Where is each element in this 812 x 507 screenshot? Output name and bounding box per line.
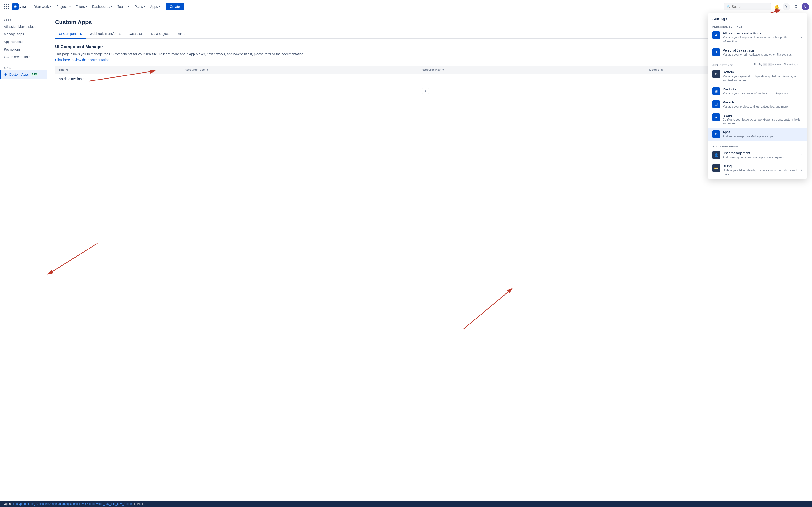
chevron-icon: ▾ <box>50 5 51 8</box>
personal-settings-title: Personal settings <box>708 23 807 29</box>
tab-apis[interactable]: API's <box>174 30 189 39</box>
system-desc: Manage your general configuration, globa… <box>723 74 803 82</box>
create-button[interactable]: Create <box>166 3 184 10</box>
settings-item-personal-jira[interactable]: J Personal Jira settings Manage your ema… <box>708 46 807 59</box>
settings-item-apps[interactable]: ⚙ Apps Add and manage Jira Marketplace a… <box>708 128 807 141</box>
search-box[interactable]: 🔍 <box>724 3 771 10</box>
sidebar-item-app-requests[interactable]: App requests <box>0 38 47 46</box>
nav-dashboards[interactable]: Dashboards ▾ <box>90 3 115 10</box>
nav-your-work[interactable]: Your work ▾ <box>32 3 53 10</box>
projects-icon: ◫ <box>712 100 720 108</box>
sidebar-item-custom-apps[interactable]: ⚙ Custom Apps DEV <box>0 70 47 78</box>
status-url[interactable]: https://product-forge.atlassian.net/jira… <box>12 502 133 506</box>
atlassian-account-desc: Manage your language, time zone, and oth… <box>723 36 797 44</box>
apps-settings-icon: ⚙ <box>712 130 720 138</box>
external-link-icon: ↗ <box>800 154 803 157</box>
top-navigation: Jira Your work ▾ Projects ▾ Filters ▾ Da… <box>0 0 812 13</box>
nav-projects[interactable]: Projects ▾ <box>54 3 73 10</box>
tip-key1: ⌘ <box>763 63 767 66</box>
billing-icon: 💳 <box>712 164 720 172</box>
nav-filters[interactable]: Filters ▾ <box>73 3 89 10</box>
next-page-button[interactable]: › <box>431 88 437 94</box>
search-icon: 🔍 <box>726 5 730 8</box>
external-link-icon: ↗ <box>800 169 803 172</box>
issues-icon: ◈ <box>712 113 720 121</box>
sort-icon: ⇅ <box>661 69 663 71</box>
table-row-empty: No data available <box>55 74 804 84</box>
jira-settings-title: Jira settings <box>712 64 734 66</box>
sidebar-item-manage-apps[interactable]: Manage apps <box>0 31 47 38</box>
settings-item-products[interactable]: ▦ Products Manage your Jira products' se… <box>708 85 807 98</box>
products-icon: ▦ <box>712 87 720 95</box>
section-description: This page allows you to manage the UI Co… <box>55 52 804 56</box>
tab-bar: UI Components Webhook Transforms Data Li… <box>55 30 804 39</box>
sidebar-item-promotions[interactable]: Promotions <box>0 46 47 53</box>
col-resource-type[interactable]: Resource Type ⇅ <box>181 66 418 74</box>
sort-icon: ⇅ <box>442 69 444 71</box>
chevron-icon: ▾ <box>128 5 129 8</box>
user-management-desc: Add users, groups, and manage access req… <box>723 156 797 160</box>
nav-plans[interactable]: Plans ▾ <box>132 3 148 10</box>
settings-item-system[interactable]: ⚙ System Manage your general configurati… <box>708 68 807 85</box>
apps-settings-title: Apps <box>723 130 803 134</box>
settings-button[interactable]: ⚙ <box>792 3 800 10</box>
atlassian-account-title: Atlassian account settings <box>723 31 797 35</box>
pagination: ‹ › <box>55 88 804 94</box>
sidebar-item-oauth[interactable]: OAuth credentials <box>0 53 47 61</box>
custom-apps-icon: ⚙ <box>4 72 7 77</box>
settings-item-projects[interactable]: ◫ Projects Manage your project settings,… <box>708 98 807 111</box>
search-input[interactable] <box>732 5 768 8</box>
sort-icon: ⇅ <box>66 69 68 71</box>
col-resource-key[interactable]: Resource Key ⇅ <box>418 66 646 74</box>
tip-text: Tip: Try ⌘ K to search Jira settings <box>749 63 803 66</box>
status-bar: Open https://product-forge.atlassian.net… <box>0 501 812 507</box>
tab-webhook-transforms[interactable]: Webhook Transforms <box>86 30 125 39</box>
app-switcher-button[interactable] <box>3 3 10 10</box>
jira-logo[interactable]: Jira <box>12 3 26 10</box>
tab-data-objects[interactable]: Data Objects <box>147 30 174 39</box>
nav-apps[interactable]: Apps ▾ <box>148 3 162 10</box>
documentation-link[interactable]: Click here to view the documentation. <box>55 58 110 62</box>
sidebar: Apps Atlassian Marketplace Manage apps A… <box>0 13 48 507</box>
settings-panel: Settings Personal settings A Atlassian a… <box>708 13 807 179</box>
atlassian-admin-title: Atlassian admin <box>708 143 807 149</box>
chevron-icon: ▾ <box>69 5 70 8</box>
nav-teams[interactable]: Teams ▾ <box>115 3 131 10</box>
sidebar-top-section-title: Apps <box>0 17 47 23</box>
projects-title: Projects <box>723 100 803 104</box>
nav-items: Your work ▾ Projects ▾ Filters ▾ Dashboa… <box>32 3 162 10</box>
external-link-icon: ↗ <box>800 36 803 39</box>
tab-ui-components[interactable]: UI Components <box>55 30 86 39</box>
help-button[interactable]: ? <box>782 3 790 10</box>
chevron-icon: ▾ <box>111 5 112 8</box>
main-content: Custom Apps UI Components Webhook Transf… <box>48 13 812 507</box>
col-title[interactable]: Title ⇅ <box>55 66 181 74</box>
personal-jira-title: Personal Jira settings <box>723 48 803 52</box>
tab-data-lists[interactable]: Data Lists <box>125 30 147 39</box>
products-title: Products <box>723 87 803 91</box>
apps-settings-desc: Add and manage Jira Marketplace apps. <box>723 134 803 138</box>
system-icon: ⚙ <box>712 70 720 78</box>
billing-title: Billing <box>723 164 797 168</box>
settings-item-atlassian-account[interactable]: A Atlassian account settings Manage your… <box>708 29 807 46</box>
prev-page-button[interactable]: ‹ <box>422 88 429 94</box>
user-management-title: User management <box>723 151 797 155</box>
logo-text: Jira <box>19 4 26 9</box>
personal-jira-icon: J <box>712 48 720 56</box>
sidebar-item-marketplace[interactable]: Atlassian Marketplace <box>0 23 47 31</box>
system-title: System <box>723 70 803 74</box>
data-table: Title ⇅ Resource Type ⇅ Resource Key ⇅ <box>55 65 804 84</box>
no-data-message: No data available <box>55 74 804 84</box>
projects-desc: Manage your project settings, categories… <box>723 105 803 109</box>
atlassian-account-icon: A <box>712 31 720 39</box>
notifications-button[interactable]: 🔔 <box>773 3 781 10</box>
chevron-icon: ▾ <box>86 5 87 8</box>
avatar[interactable]: U <box>802 3 809 10</box>
issues-desc: Configure your issue types, workflows, s… <box>723 118 803 126</box>
sidebar-bottom-section-title: Apps <box>0 65 47 70</box>
dev-badge: DEV <box>31 73 38 76</box>
settings-item-issues[interactable]: ◈ Issues Configure your issue types, wor… <box>708 111 807 128</box>
settings-item-billing[interactable]: 💳 Billing Update your billing details, m… <box>708 162 807 179</box>
settings-item-user-management[interactable]: 👤 User management Add users, groups, and… <box>708 149 807 162</box>
billing-desc: Update your billing details, manage your… <box>723 169 797 177</box>
